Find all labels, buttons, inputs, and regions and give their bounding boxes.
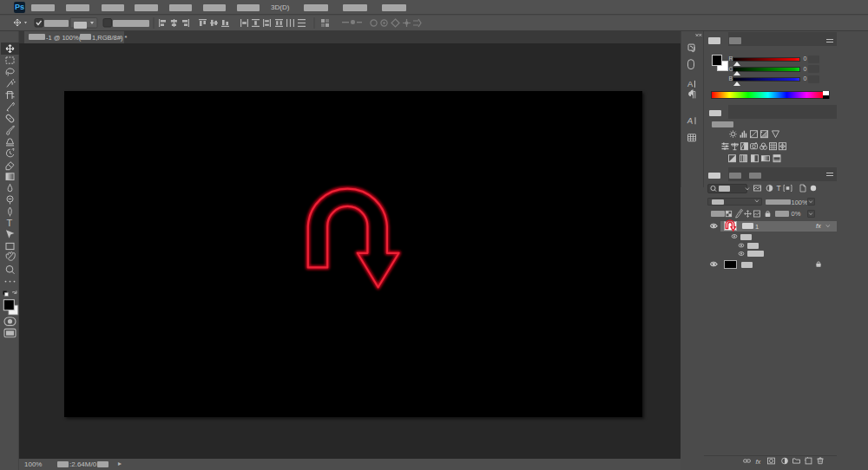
svg-text:A: A bbox=[687, 115, 694, 126]
svg-text:fx: fx bbox=[756, 458, 761, 466]
svg-text:A: A bbox=[687, 79, 694, 88]
svg-text:T: T bbox=[777, 184, 781, 193]
svg-text:T: T bbox=[7, 218, 13, 228]
